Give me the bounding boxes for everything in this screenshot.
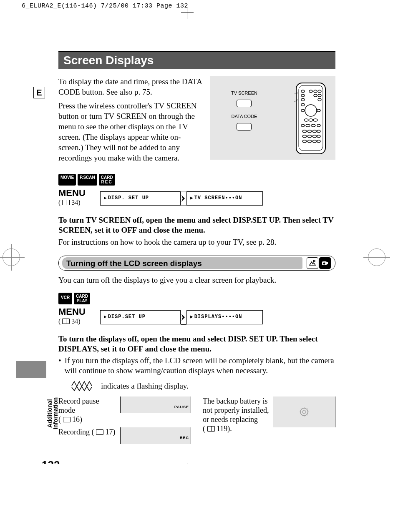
section-tab-bar xyxy=(16,361,46,378)
menu-step-displays-on: ▶DISPLAYS••••ON xyxy=(186,310,263,324)
instruction-displays-off: To turn the displays off, open the menu … xyxy=(58,334,335,354)
svg-marker-37 xyxy=(310,262,315,265)
crop-mark-bottom xyxy=(181,460,194,464)
svg-line-50 xyxy=(307,414,307,415)
instruction-tv-screen-off: To turn TV SCREEN off, open the menu and… xyxy=(58,215,335,235)
mode-badges-row-1: MOVIE P.SCAN CARDREC xyxy=(58,174,335,186)
svg-point-38 xyxy=(313,260,315,262)
book-icon xyxy=(62,319,70,324)
book-icon xyxy=(96,429,103,435)
battery-warning-icon xyxy=(300,407,309,417)
flashing-display-note: indicates a flashing display. xyxy=(101,381,189,391)
camera-mode-icon xyxy=(319,257,331,269)
print-header: 6_ELURA2_E(116-146) 7/25/00 17:33 Page 1… xyxy=(0,0,398,10)
page-number: 132 xyxy=(42,459,60,464)
photo-mode-icon xyxy=(307,257,318,269)
flashing-display-icon xyxy=(71,380,94,391)
display-box-rec: REC xyxy=(120,427,191,444)
mode-badges-row-2: VCR CARDPLAY xyxy=(58,293,335,304)
badge-card-rec: CARDREC xyxy=(99,174,115,186)
display-box-pause: PAUSE xyxy=(120,396,191,413)
display-box-battery xyxy=(273,396,335,427)
remote-button-tv-screen-icon xyxy=(237,100,252,107)
menu-arrow-icon xyxy=(181,191,186,206)
svg-line-52 xyxy=(307,409,307,409)
intro-paragraph-2: Press the wireless controller's TV SCREE… xyxy=(58,100,204,163)
subsection-header: Turning off the LCD screen displays xyxy=(58,256,335,271)
svg-line-49 xyxy=(301,409,302,409)
caption-record-pause: Record pause mode( 16) xyxy=(58,396,117,424)
menu-step-disp-setup: ▶DISP. SET UP xyxy=(100,191,181,206)
remote-button-data-code-icon xyxy=(237,123,252,130)
svg-rect-41 xyxy=(327,262,328,264)
menu-nav-row-2: MENU ( 34) ▶DISP.SET UP ▶DISPLAYS••••ON xyxy=(58,308,335,326)
page: E Screen Displays To display the date an… xyxy=(0,28,398,464)
caption-backup-battery: The backup battery is not properly insta… xyxy=(203,396,270,433)
book-icon xyxy=(63,417,71,422)
menu-label: MENU xyxy=(58,189,100,197)
badge-movie: MOVIE xyxy=(58,174,76,186)
badge-vcr: VCR xyxy=(58,293,72,304)
book-icon xyxy=(207,426,215,432)
remote-control-icon xyxy=(295,80,327,156)
remote-label-tv-screen: TV SCREEN xyxy=(231,88,257,98)
svg-point-44 xyxy=(302,410,306,414)
svg-rect-0 xyxy=(296,83,325,154)
crop-mark-top xyxy=(181,13,194,25)
book-icon xyxy=(62,200,70,205)
remote-illustration: TV SCREEN DATA CODE xyxy=(210,76,335,160)
bullet-note: • If you turn the displays off, the LCD … xyxy=(58,356,335,376)
svg-marker-42 xyxy=(181,314,185,321)
lcd-off-intro: You can turn off the displays to give yo… xyxy=(58,275,335,285)
section-side-label: AdditionalInformation xyxy=(47,397,58,429)
menu-step-disp-setup: ▶DISP.SET UP xyxy=(100,310,181,324)
menu-nav-row-1: MENU ( 34) ▶DISP. SET UP ▶TV SCREEN•••ON xyxy=(58,189,335,208)
language-tab-e: E xyxy=(33,87,45,98)
svg-marker-36 xyxy=(181,195,185,202)
remote-label-data-code: DATA CODE xyxy=(231,111,257,122)
section-title-bar: Screen Displays xyxy=(58,51,335,69)
subsection-title: Turning off the LCD screen displays xyxy=(62,257,302,269)
svg-point-40 xyxy=(323,263,325,265)
svg-line-51 xyxy=(301,414,302,415)
menu-step-tv-screen-on: ▶TV SCREEN•••ON xyxy=(186,191,263,206)
menu-label: MENU xyxy=(58,308,100,316)
screen-display-table: Record pause mode( 16) PAUSE Recording (… xyxy=(58,396,335,447)
caption-recording: Recording ( 17) xyxy=(58,427,117,437)
badge-card-play: CARDPLAY xyxy=(74,293,90,304)
intro-paragraph-1: To display the date and time, press the … xyxy=(58,76,204,97)
menu-arrow-icon xyxy=(181,310,186,325)
badge-pscan: P.SCAN xyxy=(78,174,97,186)
see-also-hookup: For instructions on how to hook the came… xyxy=(58,237,335,247)
